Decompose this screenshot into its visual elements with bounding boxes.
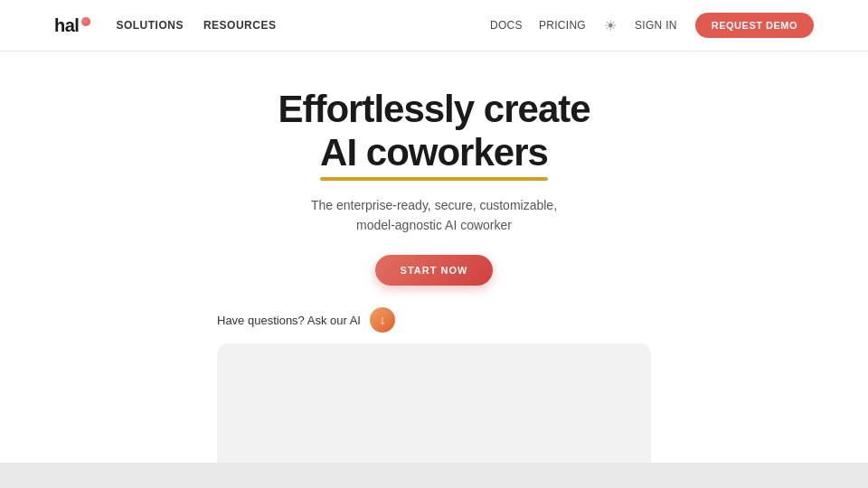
- hero-title-line2: AI coworkers: [320, 131, 548, 174]
- scroll-down-button[interactable]: [370, 307, 395, 333]
- start-now-button[interactable]: START NOW: [375, 255, 494, 286]
- questions-row: Have questions? Ask our AI: [0, 307, 395, 333]
- pricing-link[interactable]: PRICING: [539, 19, 586, 32]
- theme-toggle-icon[interactable]: ☀: [602, 17, 618, 33]
- sign-in-link[interactable]: SIGN IN: [635, 19, 677, 32]
- bottom-strip: [0, 463, 868, 488]
- logo-dot-icon: [81, 17, 90, 26]
- nav-left: hal SOLUTIONS RESOURCES: [54, 15, 276, 36]
- hero-subtitle: The enterprise-ready, secure, customizab…: [307, 195, 561, 236]
- request-demo-button[interactable]: REQUEST DEMO: [695, 13, 814, 38]
- nav-right: DOCS PRICING ☀ SIGN IN REQUEST DEMO: [490, 13, 814, 38]
- logo[interactable]: hal: [54, 15, 90, 36]
- nav-right-links: DOCS PRICING ☀ SIGN IN: [490, 17, 677, 33]
- hero-section: Effortlessly create AI coworkers The ent…: [0, 52, 868, 488]
- docs-link[interactable]: DOCS: [490, 19, 523, 32]
- solutions-link[interactable]: SOLUTIONS: [116, 19, 184, 32]
- nav-links: SOLUTIONS RESOURCES: [116, 19, 276, 32]
- logo-text: hal: [54, 15, 79, 36]
- navigation: hal SOLUTIONS RESOURCES DOCS PRICING ☀ S…: [0, 0, 868, 52]
- hero-title-line1: Effortlessly create: [278, 88, 590, 130]
- hero-title: Effortlessly create AI coworkers: [278, 88, 590, 175]
- questions-text: Have questions? Ask our AI: [217, 314, 361, 327]
- resources-link[interactable]: RESOURCES: [203, 19, 277, 32]
